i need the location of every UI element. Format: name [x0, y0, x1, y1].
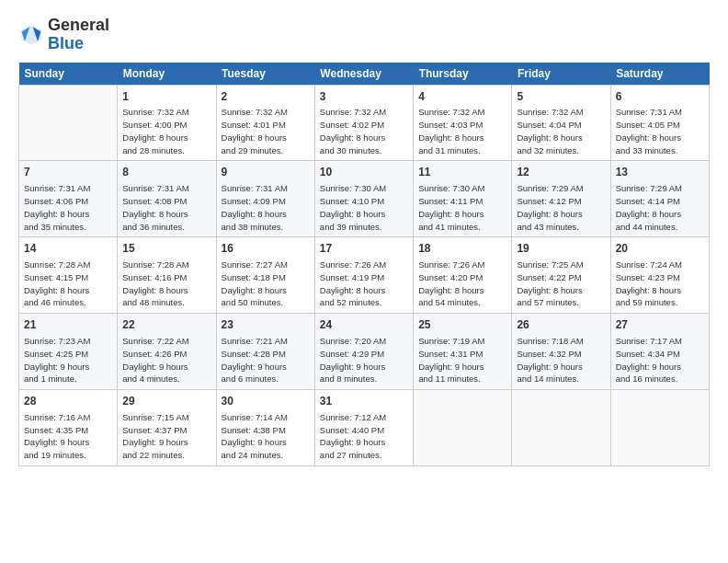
calendar-cell: 3Sunrise: 7:32 AM Sunset: 4:02 PM Daylig…	[314, 85, 413, 161]
header-cell-tuesday: Tuesday	[216, 63, 314, 86]
calendar-cell: 14Sunrise: 7:28 AM Sunset: 4:15 PM Dayli…	[19, 237, 118, 314]
day-number: 8	[122, 165, 210, 180]
day-number: 1	[122, 89, 210, 105]
day-info: Sunrise: 7:30 AM Sunset: 4:11 PM Dayligh…	[418, 182, 506, 233]
calendar-cell: 20Sunrise: 7:24 AM Sunset: 4:23 PM Dayli…	[610, 237, 709, 314]
calendar-cell	[414, 390, 512, 466]
day-info: Sunrise: 7:12 AM Sunset: 4:40 PM Dayligh…	[320, 411, 408, 462]
week-row-2: 7Sunrise: 7:31 AM Sunset: 4:06 PM Daylig…	[19, 161, 710, 237]
day-info: Sunrise: 7:31 AM Sunset: 4:08 PM Dayligh…	[122, 182, 210, 233]
calendar-cell: 22Sunrise: 7:22 AM Sunset: 4:26 PM Dayli…	[118, 314, 216, 390]
day-number: 18	[418, 241, 506, 257]
header-row: SundayMondayTuesdayWednesdayThursdayFrid…	[19, 63, 710, 86]
calendar-cell: 8Sunrise: 7:31 AM Sunset: 4:08 PM Daylig…	[118, 161, 216, 237]
calendar-cell: 9Sunrise: 7:31 AM Sunset: 4:09 PM Daylig…	[216, 161, 314, 237]
calendar-cell: 15Sunrise: 7:28 AM Sunset: 4:16 PM Dayli…	[118, 237, 216, 314]
header-cell-sunday: Sunday	[19, 63, 118, 86]
day-number: 16	[222, 241, 310, 257]
day-number: 26	[517, 317, 605, 333]
day-number: 12	[517, 165, 605, 180]
calendar-cell: 25Sunrise: 7:19 AM Sunset: 4:31 PM Dayli…	[414, 314, 512, 390]
day-info: Sunrise: 7:26 AM Sunset: 4:20 PM Dayligh…	[418, 259, 506, 309]
header-cell-saturday: Saturday	[610, 63, 709, 86]
calendar-cell: 26Sunrise: 7:18 AM Sunset: 4:32 PM Dayli…	[512, 314, 610, 390]
day-info: Sunrise: 7:30 AM Sunset: 4:10 PM Dayligh…	[320, 182, 408, 233]
day-number: 4	[418, 89, 506, 105]
day-info: Sunrise: 7:27 AM Sunset: 4:18 PM Dayligh…	[222, 259, 310, 309]
calendar-cell: 29Sunrise: 7:15 AM Sunset: 4:37 PM Dayli…	[118, 390, 216, 466]
week-row-5: 28Sunrise: 7:16 AM Sunset: 4:35 PM Dayli…	[19, 390, 710, 466]
day-info: Sunrise: 7:16 AM Sunset: 4:35 PM Dayligh…	[24, 411, 112, 462]
calendar-cell: 5Sunrise: 7:32 AM Sunset: 4:04 PM Daylig…	[512, 85, 610, 161]
header-cell-thursday: Thursday	[414, 63, 512, 86]
calendar-table: SundayMondayTuesdayWednesdayThursdayFrid…	[18, 63, 710, 466]
week-row-4: 21Sunrise: 7:23 AM Sunset: 4:25 PM Dayli…	[19, 314, 710, 390]
calendar-cell: 1Sunrise: 7:32 AM Sunset: 4:00 PM Daylig…	[118, 85, 216, 161]
day-info: Sunrise: 7:28 AM Sunset: 4:15 PM Dayligh…	[24, 259, 112, 309]
day-info: Sunrise: 7:22 AM Sunset: 4:26 PM Dayligh…	[122, 335, 210, 385]
day-info: Sunrise: 7:19 AM Sunset: 4:31 PM Dayligh…	[418, 335, 506, 385]
calendar-cell: 7Sunrise: 7:31 AM Sunset: 4:06 PM Daylig…	[19, 161, 118, 237]
day-info: Sunrise: 7:32 AM Sunset: 4:00 PM Dayligh…	[122, 106, 210, 156]
calendar-cell: 28Sunrise: 7:16 AM Sunset: 4:35 PM Dayli…	[19, 390, 118, 466]
day-number: 13	[616, 165, 704, 180]
day-number: 10	[320, 165, 408, 180]
day-number: 7	[24, 165, 112, 180]
day-info: Sunrise: 7:32 AM Sunset: 4:03 PM Dayligh…	[418, 106, 506, 156]
calendar-cell: 23Sunrise: 7:21 AM Sunset: 4:28 PM Dayli…	[216, 314, 314, 390]
day-number: 25	[418, 317, 506, 333]
day-number: 30	[222, 394, 310, 409]
day-number: 11	[418, 165, 506, 180]
day-info: Sunrise: 7:29 AM Sunset: 4:14 PM Dayligh…	[616, 182, 704, 233]
calendar-cell: 31Sunrise: 7:12 AM Sunset: 4:40 PM Dayli…	[314, 390, 413, 466]
day-number: 15	[122, 241, 210, 257]
week-row-3: 14Sunrise: 7:28 AM Sunset: 4:15 PM Dayli…	[19, 237, 710, 314]
day-info: Sunrise: 7:25 AM Sunset: 4:22 PM Dayligh…	[517, 259, 605, 309]
calendar-cell: 12Sunrise: 7:29 AM Sunset: 4:12 PM Dayli…	[512, 161, 610, 237]
day-number: 29	[122, 394, 210, 409]
day-number: 5	[517, 89, 605, 105]
calendar-cell: 18Sunrise: 7:26 AM Sunset: 4:20 PM Dayli…	[414, 237, 512, 314]
logo: General Blue	[18, 17, 109, 53]
day-number: 19	[517, 241, 605, 257]
day-number: 14	[24, 241, 112, 257]
calendar-cell: 4Sunrise: 7:32 AM Sunset: 4:03 PM Daylig…	[414, 85, 512, 161]
day-number: 22	[122, 317, 210, 333]
calendar-cell	[512, 390, 610, 466]
header: General Blue	[18, 17, 710, 53]
day-info: Sunrise: 7:18 AM Sunset: 4:32 PM Dayligh…	[517, 335, 605, 385]
day-number: 23	[222, 317, 310, 333]
header-cell-monday: Monday	[118, 63, 216, 86]
logo-icon	[18, 22, 44, 48]
day-info: Sunrise: 7:17 AM Sunset: 4:34 PM Dayligh…	[616, 335, 704, 385]
day-number: 31	[320, 394, 408, 409]
calendar-cell: 13Sunrise: 7:29 AM Sunset: 4:14 PM Dayli…	[610, 161, 709, 237]
calendar-cell: 6Sunrise: 7:31 AM Sunset: 4:05 PM Daylig…	[610, 85, 709, 161]
day-info: Sunrise: 7:32 AM Sunset: 4:04 PM Dayligh…	[517, 106, 605, 156]
calendar-cell	[610, 390, 709, 466]
day-info: Sunrise: 7:31 AM Sunset: 4:06 PM Dayligh…	[24, 182, 112, 233]
header-cell-friday: Friday	[512, 63, 610, 86]
day-number: 20	[616, 241, 704, 257]
day-info: Sunrise: 7:31 AM Sunset: 4:09 PM Dayligh…	[222, 182, 310, 233]
day-number: 6	[616, 89, 704, 105]
day-number: 2	[222, 89, 310, 105]
day-info: Sunrise: 7:32 AM Sunset: 4:02 PM Dayligh…	[320, 106, 408, 156]
day-info: Sunrise: 7:28 AM Sunset: 4:16 PM Dayligh…	[122, 259, 210, 309]
calendar-cell: 27Sunrise: 7:17 AM Sunset: 4:34 PM Dayli…	[610, 314, 709, 390]
calendar-cell: 30Sunrise: 7:14 AM Sunset: 4:38 PM Dayli…	[216, 390, 314, 466]
day-info: Sunrise: 7:23 AM Sunset: 4:25 PM Dayligh…	[24, 335, 112, 385]
day-info: Sunrise: 7:26 AM Sunset: 4:19 PM Dayligh…	[320, 259, 408, 309]
day-number: 28	[24, 394, 112, 409]
logo-text: General Blue	[48, 17, 109, 53]
header-cell-wednesday: Wednesday	[314, 63, 413, 86]
day-number: 17	[320, 241, 408, 257]
calendar-cell: 24Sunrise: 7:20 AM Sunset: 4:29 PM Dayli…	[314, 314, 413, 390]
day-number: 9	[222, 165, 310, 180]
day-info: Sunrise: 7:21 AM Sunset: 4:28 PM Dayligh…	[222, 335, 310, 385]
calendar-cell: 21Sunrise: 7:23 AM Sunset: 4:25 PM Dayli…	[19, 314, 118, 390]
week-row-1: 1Sunrise: 7:32 AM Sunset: 4:00 PM Daylig…	[19, 85, 710, 161]
day-info: Sunrise: 7:24 AM Sunset: 4:23 PM Dayligh…	[616, 259, 704, 309]
page: General Blue SundayMondayTuesdayWednesda…	[0, 0, 728, 563]
day-info: Sunrise: 7:31 AM Sunset: 4:05 PM Dayligh…	[616, 106, 704, 156]
